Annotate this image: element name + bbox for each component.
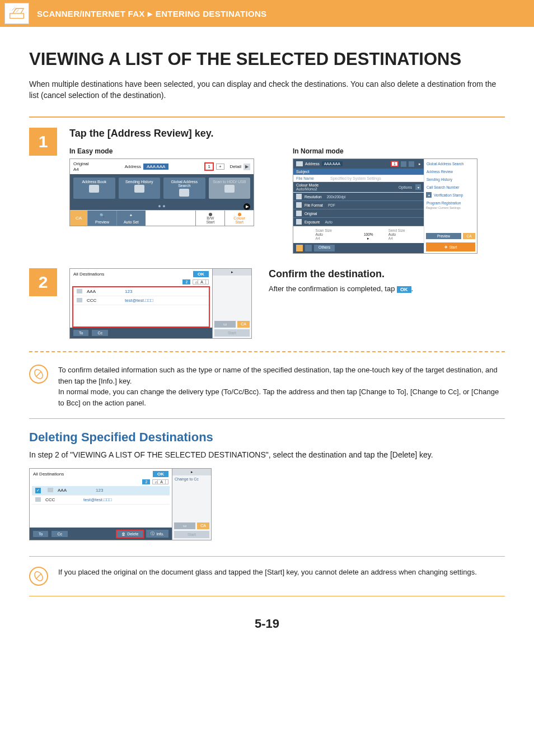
subject-row[interactable]: Subject [293,169,424,175]
verification-stamp-link[interactable]: Verification Stamp [433,192,475,198]
scan-size[interactable]: Scan SizeAutoA4 [316,228,349,241]
ca-button[interactable]: CA [463,233,475,239]
preview-button[interactable]: 🔍Preview [87,211,116,226]
global-search-link[interactable]: Global Address Search [426,161,475,167]
sort-numeric[interactable]: 2 [142,479,150,484]
chevron-down-icon[interactable]: ▾ [415,184,421,190]
start-button[interactable]: ◈Start [426,242,475,251]
favorite-icon[interactable] [296,245,303,251]
list-item[interactable]: AAA123 [73,287,209,296]
normal-mode-label: In Normal mode [293,147,505,155]
ca-button[interactable]: CA [197,522,209,529]
address-count[interactable]: 1 [204,162,213,171]
ca-button[interactable]: CA [237,321,250,328]
sending-history-link[interactable]: Sending History [426,176,475,183]
cc-tab[interactable]: Cc [51,531,68,537]
original-info: Original A4 [73,161,89,172]
start-button-disabled: Start [174,531,209,538]
ca-button[interactable]: CA [70,211,87,226]
address-value[interactable]: AAA AAA [322,161,343,166]
check-icon[interactable] [305,245,312,251]
dashed-divider [29,351,505,352]
delete-button[interactable]: 🗑Delete [117,531,143,537]
to-tab[interactable]: To [33,531,48,537]
page-title: VIEWING A LIST OF THE SELECTED DESTINATI… [29,49,505,69]
info-button[interactable]: ⓘInfo. [146,530,168,538]
breadcrumb-subsection[interactable]: ENTERING DESTINATIONS [156,9,267,18]
original-label: Original [73,161,89,167]
collapse-arrow-icon[interactable]: ▸ [172,469,211,475]
resolution-row[interactable]: Resolution200x200dpi [293,193,424,201]
bw-start-button[interactable]: B/WStart [195,211,224,226]
destinations-screenshot: All DestinationsOK 2⌕A AAA123 CCCtest@te… [69,268,213,339]
chevron-down-icon[interactable]: ▾ [426,192,432,198]
note-1-text: To confirm detailed information such as … [58,365,505,408]
divider [29,116,505,118]
fileformat-row[interactable]: File FormatPDF [293,201,424,209]
svg-line-2 [36,371,41,377]
send-size[interactable]: Send SizeAutoA4 [388,228,421,241]
collapse-arrow-icon[interactable]: ▸ [213,269,251,276]
next-page-icon[interactable]: ▶ [243,203,250,210]
breadcrumb-section[interactable]: SCANNER/INTERNET FAX [37,9,145,18]
mail-icon [35,497,41,502]
global-search-button[interactable]: Global Address Search [163,178,205,199]
address-review-link[interactable]: Address Review [426,169,475,175]
arrow-right-icon[interactable]: ▶ [243,164,250,170]
svg-line-4 [36,573,41,579]
cc-tab[interactable]: Cc [92,330,108,336]
check-icon: ✓ [35,488,41,493]
preview-button[interactable]: ▭ [174,522,195,529]
original-row[interactable]: Original [293,209,424,218]
page-number: 5-19 [29,617,505,631]
step-2-text: After the confirmation is completed, tap… [269,284,413,293]
autoset-icon: ✦ [127,212,135,219]
colourmode-row[interactable]: Colour ModeAuto/Mono2Options▾ [293,182,424,193]
others-button[interactable]: Others [314,245,335,251]
scanner-icon [4,3,29,24]
step-2-heading: Confirm the destination. [269,268,413,280]
sort-numeric[interactable]: 2 [182,279,190,284]
search-icon[interactable] [409,161,414,167]
breadcrumb-bar: SCANNER/INTERNET FAX►ENTERING DESTINATIO… [0,0,534,27]
filename-row[interactable]: File NameSpecified by System Settings [293,175,424,182]
program-reg-link[interactable]: Program Registration [426,200,475,206]
call-search-link[interactable]: Call Search Number [426,184,475,190]
step-number-2: 2 [29,268,57,296]
note-1: To confirm detailed information such as … [29,365,505,408]
mail-icon [48,488,53,492]
address-label: Address [305,162,320,166]
easy-mode-label: In Easy mode [69,147,282,155]
preview-button[interactable]: ▭ [214,321,236,328]
detail-arrow-icon[interactable]: ▸ [419,162,421,166]
detail-link[interactable]: Detail [230,164,241,169]
address-book-button[interactable]: Address Book [73,178,115,199]
address-value[interactable]: AAA AAA [143,164,168,170]
sending-history-button[interactable]: Sending History [119,178,161,199]
sort-alpha[interactable]: ⌕A [152,479,168,484]
change-to-cc-link[interactable]: Change to Cc [172,475,211,483]
size-row: Scan SizeAutoA4 100%▸ Send SizeAutoA4 [293,226,424,243]
list-item[interactable]: CCCtest@test.□□□ [32,496,170,505]
plus-icon[interactable] [401,161,406,167]
divider [29,556,505,557]
add-address-button[interactable]: + [216,164,224,170]
colour-start-button[interactable]: ColourStart [224,211,254,226]
original-icon [296,211,302,216]
address-count[interactable]: 1 [391,161,399,167]
list-item[interactable]: CCCtest@test.□□□ [73,296,209,305]
ok-button[interactable]: OK [193,271,209,277]
note-icon [29,567,48,586]
address-label: Address [125,164,141,169]
autoset-button[interactable]: ✦Auto Set [116,211,146,226]
list-item-selected[interactable]: ✓AAA123 [32,486,170,496]
to-tab[interactable]: To [73,330,88,336]
preview-button[interactable]: Preview [426,233,461,239]
ok-button[interactable]: OK [153,471,168,477]
sort-alpha[interactable]: ⌕A [193,279,209,284]
section-deleting-intro: In step 2 of "VIEWING A LIST OF THE SELE… [29,450,505,459]
trash-icon: 🗑 [121,532,125,536]
note-icon [29,365,48,384]
mail-icon [77,289,82,293]
exposure-row[interactable]: ExposureAuto [293,218,424,226]
